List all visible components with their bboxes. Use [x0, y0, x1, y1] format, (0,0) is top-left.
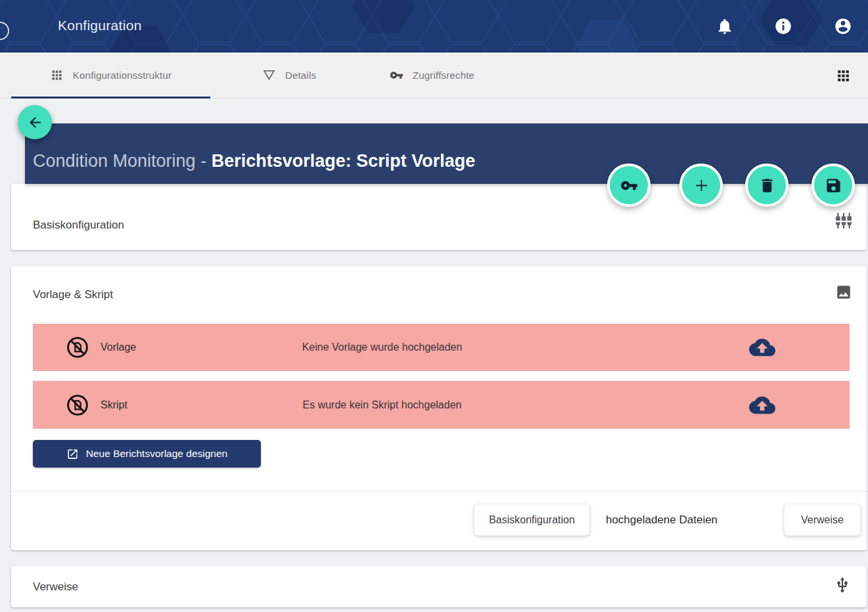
info-icon[interactable]: [774, 17, 792, 35]
verweise-card[interactable]: Verweise: [11, 566, 867, 607]
add-button[interactable]: [679, 164, 723, 207]
design-template-button[interactable]: Neue Berichtsvorlage designen: [33, 440, 261, 468]
design-template-button-label: Neue Berichtsvorlage designen: [86, 448, 227, 460]
sliders-icon: [835, 212, 852, 229]
app-header: Konfiguration: [0, 0, 868, 53]
tab-label: Zugriffsrechte: [413, 70, 474, 81]
section-title: Verweise: [33, 580, 78, 594]
tab-details[interactable]: Details: [223, 53, 355, 98]
save-button[interactable]: [811, 164, 855, 207]
tab-bar: Konfigurationsstruktur Details Zugriffsr…: [0, 53, 868, 98]
footer-center-label: hochgeladene Dateien: [596, 504, 727, 536]
grid-icon: [50, 68, 64, 82]
page-title: Konfiguration: [58, 18, 142, 33]
skript-row: Skript Es wurde kein Skript hochgeladen: [33, 381, 850, 429]
row-message: Keine Vorlage wurde hochgeladen: [33, 341, 731, 353]
tab-label: Details: [285, 70, 316, 81]
upload-vorlage-button[interactable]: [749, 334, 775, 361]
entity-title: Condition Monitoring - Berichtsvorlage: …: [33, 151, 475, 171]
entity-banner: Condition Monitoring - Berichtsvorlage: …: [25, 123, 868, 184]
basiskonfiguration-card[interactable]: Basiskonfiguration: [11, 184, 867, 250]
tab-zugriffsrechte[interactable]: Zugriffsrechte: [355, 53, 509, 98]
triangle-icon: [262, 68, 276, 82]
entity-title-main: Berichtsvorlage: Script Vorlage: [212, 151, 476, 171]
delete-button[interactable]: [745, 164, 788, 207]
row-message: Es wurde kein Skript hochgeladen: [33, 399, 731, 411]
key-icon: [390, 68, 403, 82]
back-button[interactable]: [18, 105, 52, 139]
section-title: Basiskonfiguration: [33, 219, 124, 232]
page: Konfiguration Konfigurationsstruktur Det…: [0, 0, 868, 612]
image-icon: [835, 284, 852, 301]
bell-icon[interactable]: [716, 17, 734, 35]
save-icon: [825, 177, 842, 194]
access-rights-button[interactable]: [607, 164, 651, 207]
account-icon[interactable]: [834, 17, 852, 35]
grid-icon[interactable]: [835, 68, 852, 84]
trash-icon: [758, 177, 776, 194]
tab-konfigurationsstruktur[interactable]: Konfigurationsstruktur: [11, 53, 210, 98]
vorlage-skript-card: Vorlage & Skript Vorlage Keine Vorlage w…: [11, 266, 867, 550]
cloud-upload-icon: [749, 392, 775, 418]
section-title: Vorlage & Skript: [33, 288, 113, 301]
vorlage-row: Vorlage Keine Vorlage wurde hochgeladen: [33, 324, 850, 371]
entity-title-prefix: Condition Monitoring -: [33, 151, 212, 171]
arrow-left-icon: [27, 114, 43, 131]
active-tab-indicator: [11, 97, 210, 98]
tab-label: Konfigurationsstruktur: [73, 70, 171, 81]
divider: [11, 491, 867, 492]
usb-icon: [834, 577, 851, 594]
upload-skript-button[interactable]: [749, 392, 775, 418]
plus-icon: [693, 177, 710, 194]
cloud-upload-icon: [749, 334, 775, 361]
footer-basiskonfiguration-button[interactable]: Basiskonfiguration: [474, 504, 590, 536]
key-icon: [620, 177, 638, 194]
open-in-new-icon: [66, 448, 79, 460]
footer-verweise-button[interactable]: Verweise: [784, 504, 861, 536]
